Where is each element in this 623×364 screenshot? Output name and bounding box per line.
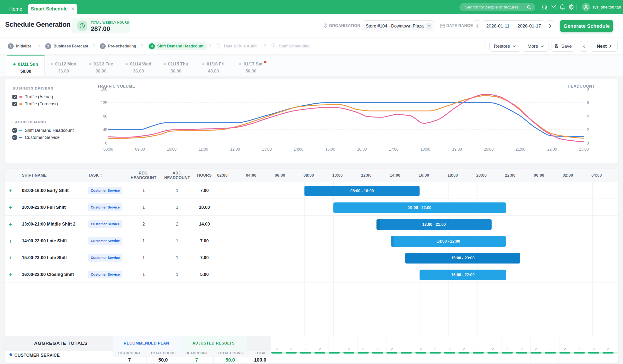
svg-text:20:00: 20:00 bbox=[484, 147, 493, 151]
svg-text:23:00: 23:00 bbox=[579, 147, 589, 151]
svg-text:2: 2 bbox=[587, 128, 589, 132]
svg-text:45: 45 bbox=[103, 128, 107, 132]
svg-text:180: 180 bbox=[101, 87, 107, 91]
svg-text:4: 4 bbox=[587, 114, 589, 118]
svg-text:14:00: 14:00 bbox=[294, 147, 304, 151]
svg-text:19:00: 19:00 bbox=[452, 147, 462, 151]
svg-text:8: 8 bbox=[587, 87, 589, 91]
svg-text:21:00: 21:00 bbox=[515, 147, 525, 151]
svg-text:11:00: 11:00 bbox=[199, 147, 208, 151]
svg-text:18:00: 18:00 bbox=[421, 147, 430, 151]
svg-text:08:00: 08:00 bbox=[103, 147, 113, 151]
svg-text:10:00: 10:00 bbox=[167, 147, 177, 151]
svg-text:0: 0 bbox=[587, 141, 589, 145]
svg-text:12:00: 12:00 bbox=[230, 147, 240, 151]
svg-text:15:00: 15:00 bbox=[325, 147, 335, 151]
svg-text:17:00: 17:00 bbox=[389, 147, 398, 151]
svg-text:6: 6 bbox=[587, 101, 589, 105]
svg-text:90: 90 bbox=[103, 114, 107, 118]
svg-text:0: 0 bbox=[105, 141, 107, 145]
svg-text:13:00: 13:00 bbox=[262, 147, 272, 151]
svg-text:16:00: 16:00 bbox=[357, 147, 367, 151]
svg-text:HEADCOUNT: HEADCOUNT bbox=[568, 84, 595, 88]
svg-text:135: 135 bbox=[101, 101, 107, 105]
svg-text:22:00: 22:00 bbox=[547, 147, 557, 151]
svg-text:09:00: 09:00 bbox=[135, 147, 145, 151]
